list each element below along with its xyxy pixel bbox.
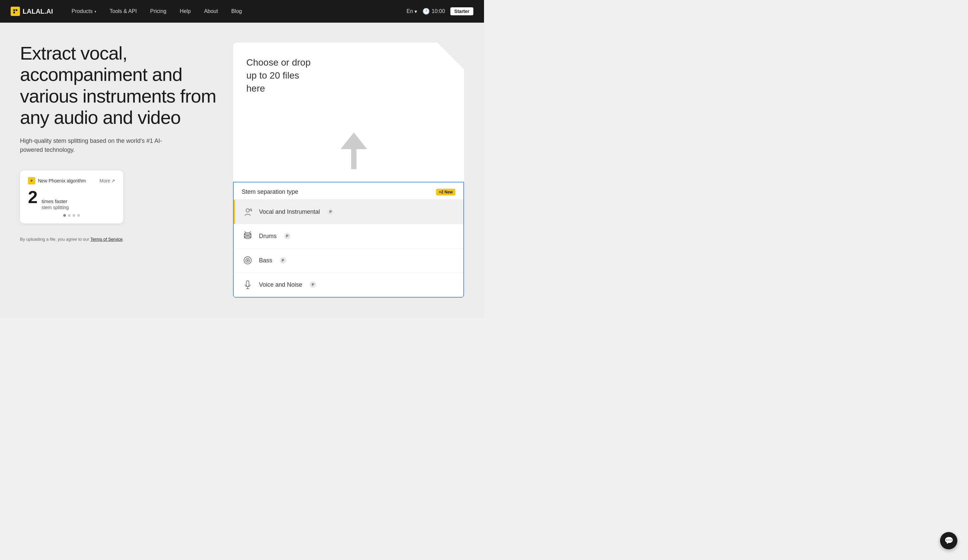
feature-card-title-row: P New Phoenix algorithm [28,177,86,184]
hero-subtitle: High-quality stem splitting based on the… [20,136,180,154]
nav-products[interactable]: Products ▾ [66,6,101,17]
navbar-right: En ▾ 🕐 10:00 Starter [406,7,473,15]
dot-2 [68,214,71,217]
pro-badge-bass: P [280,257,286,264]
nav-about[interactable]: About [199,6,223,17]
dot-1 [63,214,66,217]
feature-desc: times faster stem splitting [41,199,69,210]
upload-icon-area [341,133,367,169]
stem-option-vocal-instrumental[interactable]: Vocal and Instrumental P [234,200,463,224]
voice-icon [242,279,254,291]
feature-card-title: New Phoenix algorithm [38,178,86,184]
svg-rect-2 [13,12,15,13]
nav-pricing[interactable]: Pricing [145,6,172,17]
dot-3 [73,214,75,217]
svg-point-9 [244,257,251,264]
navbar: LALAL.AI Products ▾ Tools & API Pricing … [0,0,484,23]
bass-label: Bass [259,257,272,264]
terms-of-service-link[interactable]: Terms of Service [91,237,123,242]
voice-noise-label: Voice and Noise [259,281,302,288]
stem-option-drums[interactable]: Drums P [234,224,463,249]
feature-more-link[interactable]: More ↗ [99,178,115,184]
main-content: Extract vocal, accompaniment and various… [0,23,484,318]
brand-name: LALAL.AI [23,8,53,15]
new-badge: +2 New [436,189,455,196]
language-selector[interactable]: En ▾ [406,8,417,15]
stem-panel-header: Stem separation type +2 New [234,182,463,200]
arrow-head [341,133,367,149]
nav-help[interactable]: Help [174,6,196,17]
clock-icon: 🕐 [423,8,430,15]
logo-link[interactable]: LALAL.AI [11,7,53,16]
stem-option-voice-noise[interactable]: Voice and Noise P [234,273,463,297]
svg-line-7 [245,231,246,233]
drums-icon [242,230,254,242]
stem-panel: Stem separation type +2 New Vocal and In… [233,182,464,298]
left-section: Extract vocal, accompaniment and various… [20,43,220,298]
pro-badge-voice: P [310,281,316,288]
svg-line-8 [250,231,251,233]
stem-panel-title: Stem separation type [242,189,298,196]
timer-display: 🕐 10:00 [423,8,445,15]
chevron-down-icon: ▾ [414,8,417,15]
upload-area-inner: Choose or drop up to 20 files here [233,43,464,182]
nav-blog[interactable]: Blog [226,6,247,17]
svg-rect-5 [244,234,251,237]
svg-point-10 [246,258,250,262]
drums-label: Drums [259,233,277,240]
feature-number: 2 [28,189,38,206]
nav-tools-api[interactable]: Tools & API [104,6,142,17]
bass-icon [242,254,254,266]
pro-badge-vocal: P [327,209,334,215]
svg-point-3 [246,209,249,212]
feature-card-header: P New Phoenix algorithm More ↗ [28,177,115,184]
feature-card: P New Phoenix algorithm More ↗ 2 times f… [20,171,123,224]
feature-stat: 2 times faster stem splitting [28,189,115,210]
hero-title: Extract vocal, accompaniment and various… [20,43,220,129]
feature-dots [28,214,115,217]
svg-rect-0 [13,9,15,11]
dot-4 [77,214,80,217]
stem-option-bass[interactable]: Bass P [234,249,463,273]
upload-area[interactable]: Choose or drop up to 20 files here [233,43,464,182]
pro-badge-drums: P [284,233,291,239]
terms-text: By uploading a file, you agree to our Te… [20,237,220,242]
upload-text: Choose or drop up to 20 files here [246,56,451,95]
right-section: Choose or drop up to 20 files here Stem … [233,43,464,298]
nav-links: Products ▾ Tools & API Pricing Help Abou… [66,6,406,17]
feature-logo-icon: P [28,177,35,184]
logo-icon [11,7,20,16]
chevron-down-icon: ▾ [94,10,96,13]
vocal-instrumental-label: Vocal and Instrumental [259,209,320,215]
arrow-shaft [351,149,356,169]
external-link-icon: ↗ [111,178,115,184]
feature-stat-main: times faster [41,199,69,204]
plan-badge[interactable]: Starter [450,7,473,15]
svg-rect-1 [16,9,17,11]
vocal-icon [242,206,254,218]
feature-stat-sub: stem splitting [41,205,69,210]
svg-point-11 [247,260,248,261]
upload-arrow-icon [341,133,367,169]
